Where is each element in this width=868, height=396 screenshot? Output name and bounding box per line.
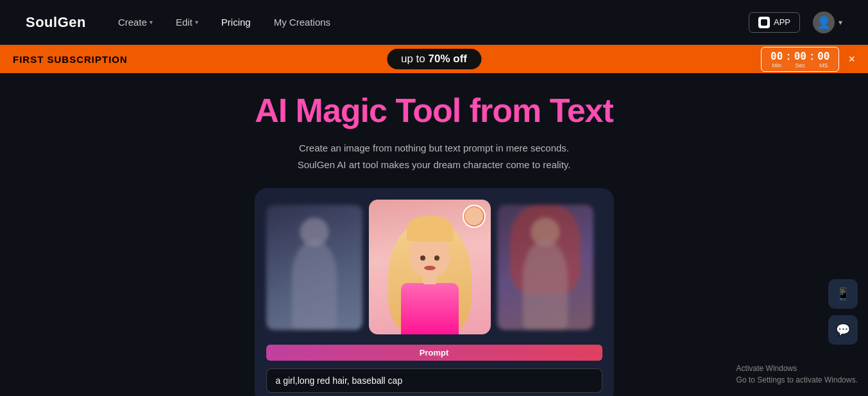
girl-eye-left (420, 255, 425, 261)
float-chat-icon: 💬 (836, 323, 850, 337)
promo-prefix: up to (401, 53, 429, 65)
windows-activation-notice: Activate Windows Go to Settings to activ… (736, 363, 858, 386)
nav-create-label: Create (118, 17, 147, 28)
nav-create[interactable]: Create ▾ (118, 17, 153, 28)
timer-sep-1: : (787, 51, 790, 62)
nav-pricing-label: Pricing (221, 17, 251, 28)
timer-ms: 00 MS (817, 50, 830, 69)
prompt-label: Prompt (266, 345, 602, 361)
promo-badge[interactable]: up to 70% off (387, 49, 481, 69)
float-app-icon: 📱 (836, 287, 850, 301)
nav-edit[interactable]: Edit ▾ (176, 17, 198, 28)
nav-my-creations-label: My Creations (274, 17, 330, 28)
nav-create-arrow: ▾ (149, 19, 153, 26)
app-icon-inner (761, 19, 767, 26)
avatar-face (465, 207, 483, 225)
main-content: AI Magic Tool from Text Create an image … (0, 73, 868, 396)
float-right-panel: 📱 💬 (828, 279, 858, 345)
logo[interactable]: SoulGen (26, 14, 86, 31)
carousel-image-right (497, 205, 593, 330)
girl-body (401, 283, 459, 334)
user-dropdown[interactable]: 👤 ▾ (813, 12, 842, 33)
timer-min-value: 00 (770, 50, 783, 62)
carousel-image-left (266, 205, 362, 330)
timer-ms-value: 00 (817, 50, 830, 62)
girl-eye-right (434, 255, 439, 261)
timer-minutes: 00 Min (770, 50, 783, 69)
app-icon (758, 17, 770, 28)
avatar-icon: 👤 (817, 15, 831, 30)
carousel-container: Prompt (255, 188, 614, 396)
promo-banner: FIRST SUBSCRIPTION up to 70% off 00 Min … (0, 45, 868, 73)
center-avatar (463, 205, 486, 228)
win-activate-title: Activate Windows (736, 363, 858, 374)
navbar: SoulGen Create ▾ Edit ▾ Pricing My Creat… (0, 0, 868, 45)
hero-subtitle-line2: SoulGen AI art tool makes your dream cha… (298, 157, 571, 173)
timer-sec-label: Sec (796, 62, 806, 69)
girl-eyes (420, 255, 439, 261)
girl-hair-top (407, 216, 453, 241)
float-chat-button[interactable]: 💬 (828, 315, 858, 345)
app-label: APP (774, 17, 790, 27)
avatar[interactable]: 👤 (813, 12, 835, 33)
hero-subtitle: Create an image from nothing but text pr… (298, 140, 571, 173)
nav-edit-arrow: ▾ (195, 19, 198, 26)
left-bg (266, 205, 362, 330)
promo-right: 00 Min : 00 Sec : 00 MS × (761, 47, 855, 72)
promo-center: up to 70% off (387, 49, 481, 69)
prompt-input-wrapper (266, 368, 602, 393)
timer-box: 00 Min : 00 Sec : 00 MS (761, 47, 839, 72)
right-bg (497, 205, 593, 330)
win-activate-subtitle: Go to Settings to activate Windows. (736, 374, 858, 386)
promo-close-button[interactable]: × (848, 53, 855, 66)
timer-min-label: Min (772, 62, 781, 69)
timer-ms-label: MS (819, 62, 828, 69)
prompt-input[interactable] (266, 368, 602, 393)
timer-sec-value: 00 (794, 50, 806, 62)
right-silhouette-body (523, 240, 568, 330)
user-caret-icon: ▾ (838, 18, 842, 27)
hero-title: AI Magic Tool from Text (255, 91, 613, 130)
timer-sep-2: : (810, 51, 813, 62)
carousel-images (266, 200, 602, 334)
float-app-button[interactable]: 📱 (828, 279, 858, 309)
left-silhouette-body (292, 240, 337, 330)
girl-lips (424, 266, 436, 270)
hero-subtitle-line1: Create an image from nothing but text pr… (298, 140, 571, 157)
app-button[interactable]: APP (749, 12, 800, 33)
promo-left-text: FIRST SUBSCRIPTION (13, 54, 128, 65)
carousel-image-center (369, 200, 491, 334)
nav-my-creations[interactable]: My Creations (274, 17, 330, 28)
nav-links: Create ▾ Edit ▾ Pricing My Creations (118, 17, 330, 28)
nav-pricing[interactable]: Pricing (221, 17, 251, 28)
navbar-right: APP 👤 ▾ (749, 12, 842, 33)
nav-edit-label: Edit (176, 17, 192, 28)
timer-seconds: 00 Sec (794, 50, 806, 69)
navbar-left: SoulGen Create ▾ Edit ▾ Pricing My Creat… (26, 14, 330, 31)
promo-highlight: 70% off (429, 53, 467, 65)
